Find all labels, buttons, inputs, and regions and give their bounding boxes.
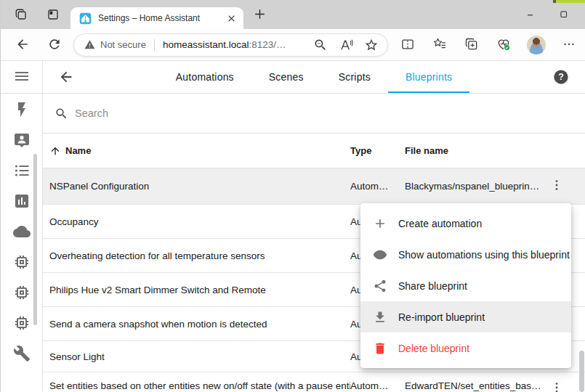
collections-icon[interactable]	[463, 36, 480, 54]
address-bar[interactable]: Not secure homeassistant.local:8123/…	[73, 33, 388, 57]
tab-blueprints[interactable]: Blueprints	[388, 61, 469, 93]
more-menu-icon[interactable]	[560, 36, 578, 54]
hamburger-menu-icon[interactable]	[10, 65, 33, 89]
tab-automations[interactable]: Automations	[158, 61, 251, 93]
blueprint-name: Sensor Light	[49, 351, 350, 362]
search-bar	[43, 94, 585, 134]
site-security-badge[interactable]: Not secure	[84, 39, 146, 50]
share-icon	[373, 279, 387, 293]
history-chart-icon[interactable]	[10, 189, 33, 214]
blueprint-name: Send a camera snapshot when motion is de…	[49, 319, 350, 330]
sidebar	[1, 61, 43, 391]
chip-icon[interactable]	[10, 281, 33, 306]
url-host: homeassistant.local	[163, 39, 249, 50]
tab-scripts[interactable]: Scripts	[321, 61, 388, 93]
table-row[interactable]: NSPanel Configuration Autom… Blackymas/n…	[43, 168, 585, 205]
workspaces-icon[interactable]	[14, 8, 28, 23]
page-scrollbar[interactable]	[579, 351, 584, 392]
wrench-icon[interactable]	[10, 342, 33, 367]
blueprint-name: Occupancy	[49, 216, 350, 227]
sidebar-header	[1, 61, 42, 94]
sidebar-scrollbar[interactable]	[33, 154, 37, 325]
new-tab-button[interactable]	[252, 7, 267, 22]
divider	[154, 39, 155, 51]
security-label: Not secure	[100, 39, 146, 50]
maximize-button[interactable]	[547, 0, 581, 29]
refresh-icon[interactable]	[46, 36, 63, 54]
blueprint-type: Autom…	[350, 380, 405, 391]
tab-strip: Settings – Home Assistant	[1, 0, 585, 29]
person-badge-icon[interactable]	[10, 128, 33, 153]
browser-toolbar: Not secure homeassistant.local:8123/…	[1, 29, 585, 61]
home-assistant-favicon	[79, 12, 92, 25]
favorite-star-icon[interactable]	[363, 37, 379, 52]
help-icon[interactable]: ?	[553, 69, 569, 85]
eye-icon	[373, 248, 387, 262]
table-header: Name Type File name	[43, 134, 585, 168]
browser-essentials-icon[interactable]	[495, 36, 512, 54]
tab-close-icon[interactable]	[225, 12, 238, 25]
menu-item-delete-blueprint[interactable]: Delete blueprint	[360, 332, 571, 364]
todo-list-icon[interactable]	[10, 159, 33, 184]
blueprint-name: Philips Hue v2 Smart Dimmer Switch and R…	[49, 285, 350, 295]
split-screen-icon[interactable]	[399, 36, 416, 54]
back-arrow-icon[interactable]	[57, 68, 75, 86]
plus-icon	[373, 216, 387, 231]
menu-item-reimport-blueprint[interactable]: Re-import blueprint	[360, 301, 571, 332]
tab-actions-icon[interactable]	[46, 8, 60, 23]
blueprint-type: Autom…	[350, 181, 405, 192]
row-context-menu: Create automation Show automations using…	[360, 203, 571, 368]
tab-title: Settings – Home Assistant	[98, 13, 225, 23]
search-icon	[55, 107, 68, 121]
favorites-hub-icon[interactable]	[431, 36, 448, 54]
column-file-name[interactable]: File name	[405, 145, 540, 156]
svg-text:?: ?	[558, 72, 564, 82]
blueprint-file: EdwardTEN/set_entities_bas…	[405, 380, 540, 391]
profile-avatar[interactable]	[527, 36, 546, 54]
sort-ascending-icon	[49, 145, 61, 157]
download-icon	[373, 310, 387, 324]
back-icon[interactable]	[14, 36, 31, 54]
chip-icon[interactable]	[10, 250, 33, 275]
trash-icon	[373, 341, 387, 356]
lightning-bolt-icon[interactable]	[10, 98, 33, 123]
chip-icon[interactable]	[10, 311, 33, 336]
read-aloud-icon[interactable]	[338, 37, 353, 52]
browser-window: Settings – Home Assistant	[0, 0, 585, 392]
tab-scenes[interactable]: Scenes	[251, 61, 321, 93]
table-row[interactable]: Set entities based on other entities new…	[43, 372, 585, 392]
blueprint-name: NSPanel Configuration	[49, 181, 350, 192]
warning-icon	[84, 39, 95, 50]
menu-item-show-automations[interactable]: Show automations using this blueprint	[360, 239, 571, 270]
blueprint-name: Overheating detection for all temperatur…	[49, 250, 350, 261]
url-path: :8123/…	[249, 39, 286, 50]
column-type[interactable]: Type	[350, 145, 405, 156]
zoom-out-icon[interactable]	[312, 37, 328, 52]
row-menu-icon[interactable]	[546, 380, 568, 392]
menu-item-share-blueprint[interactable]: Share blueprint	[360, 270, 571, 301]
column-name[interactable]: Name	[49, 145, 350, 157]
search-input[interactable]	[75, 107, 585, 119]
minimize-button[interactable]	[514, 0, 547, 29]
blueprint-file: Blackymas/nspanel_blueprin…	[405, 181, 540, 192]
cloud-icon[interactable]	[10, 220, 33, 245]
blueprint-name: Set entities based on other entities new…	[49, 380, 350, 391]
row-menu-icon[interactable]	[546, 176, 568, 197]
browser-tab[interactable]: Settings – Home Assistant	[70, 7, 243, 29]
nav-tabs: Automations Scenes Scripts Blueprints	[75, 61, 553, 93]
url-text: homeassistant.local:8123/…	[163, 39, 286, 50]
menu-item-create-automation[interactable]: Create automation	[360, 208, 571, 239]
toolbar-actions	[399, 36, 578, 54]
window-controls	[514, 0, 581, 29]
page-header: Automations Scenes Scripts Blueprints ?	[43, 61, 585, 94]
